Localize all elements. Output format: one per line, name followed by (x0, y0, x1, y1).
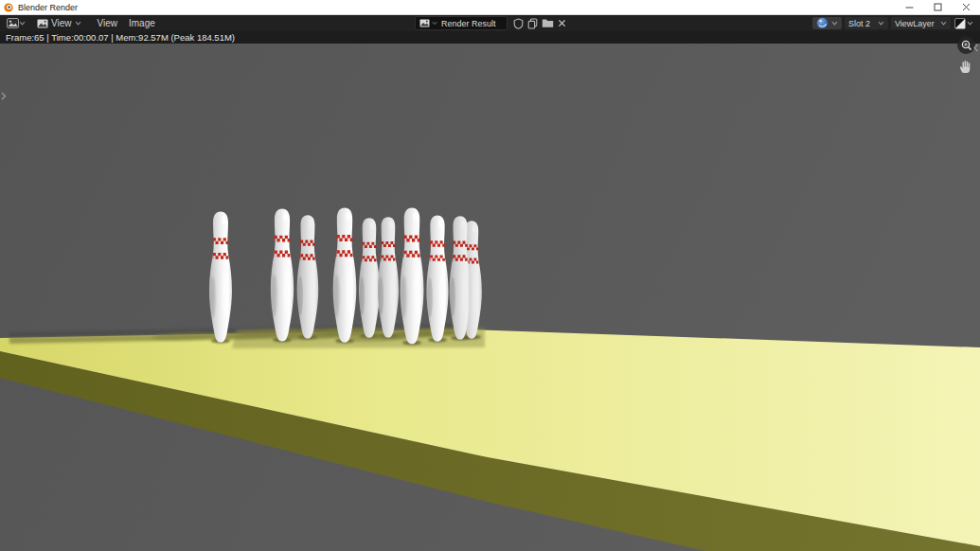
image-datablock-field[interactable]: Render Result (415, 16, 508, 30)
editor-header: View View Image Render Result (0, 15, 980, 31)
magnifier-plus-icon (961, 40, 972, 51)
menu-image[interactable]: Image (123, 18, 161, 28)
render-slot-dropdown[interactable]: Slot 2 (845, 17, 888, 29)
pan-button[interactable] (954, 56, 974, 76)
view-layer-dropdown[interactable]: ViewLayer (891, 17, 951, 29)
display-channels-icon (954, 18, 966, 29)
minimize-icon (905, 3, 914, 11)
render-sphere-icon (816, 17, 829, 29)
browse-image-icon (419, 19, 430, 27)
menu-view[interactable]: View (92, 18, 124, 28)
region-expand-arrow-left[interactable] (1, 87, 7, 104)
render-stats-text: Frame:65 | Time:00:00.07 | Mem:92.57M (P… (6, 32, 235, 43)
render-info-bar: Frame:65 | Time:00:00.07 | Mem:92.57M (P… (0, 31, 980, 44)
blender-render-window: Blender Render (0, 0, 980, 551)
image-icon (37, 19, 48, 28)
open-folder-icon[interactable] (542, 18, 554, 28)
window-title: Blender Render (18, 3, 78, 12)
blender-logo-icon (4, 3, 13, 12)
rendered-image (0, 44, 980, 551)
header-right-controls: Slot 2 ViewLayer (812, 17, 974, 29)
chevron-down-icon (878, 21, 884, 26)
region-expand-arrow-right[interactable] (973, 39, 979, 56)
image-datablock-value: Render Result (441, 19, 496, 28)
close-icon (962, 3, 971, 11)
chevron-down-icon (831, 21, 838, 26)
render-slot-value: Slot 2 (848, 19, 873, 28)
title-bar: Blender Render (0, 0, 980, 15)
render-viewport[interactable] (0, 44, 980, 551)
chevron-down-icon (75, 21, 81, 26)
image-datablock-selector: Render Result (415, 17, 568, 29)
minimize-button[interactable] (895, 0, 923, 15)
shield-icon[interactable] (513, 18, 524, 29)
image-editor-icon (7, 18, 19, 28)
display-channels-dropdown[interactable] (953, 17, 974, 29)
view-layer-value: ViewLayer (895, 19, 935, 28)
hand-icon (957, 59, 972, 74)
mode-dropdown[interactable]: View (34, 16, 84, 30)
chevron-down-icon (432, 21, 437, 26)
chevron-down-icon (967, 21, 973, 26)
chevron-down-icon (940, 21, 947, 26)
render-pass-dropdown[interactable] (812, 17, 842, 29)
maximize-button[interactable] (923, 0, 952, 15)
editor-type-dropdown[interactable] (4, 16, 28, 30)
close-button[interactable] (952, 0, 980, 15)
unlink-icon[interactable] (558, 19, 566, 27)
new-image-icon[interactable] (527, 18, 538, 29)
maximize-icon (934, 3, 942, 11)
chevron-down-icon (19, 21, 26, 26)
mode-dropdown-label: View (51, 18, 72, 28)
